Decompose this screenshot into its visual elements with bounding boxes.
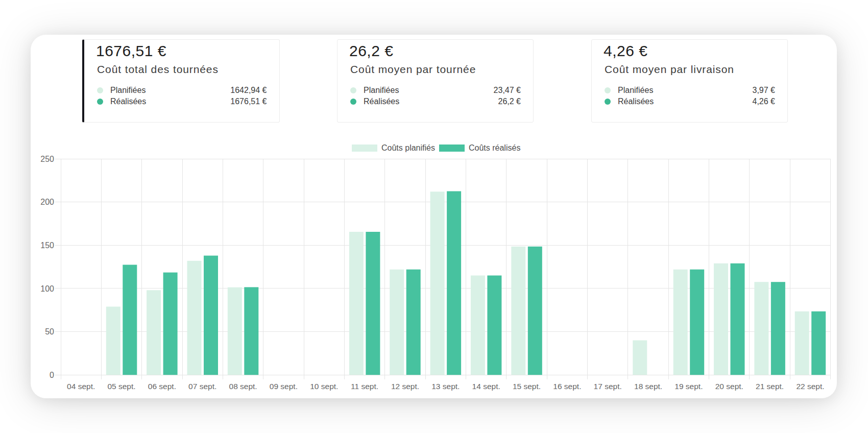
svg-text:17 sept.: 17 sept.	[594, 382, 622, 391]
svg-text:14 sept.: 14 sept.	[472, 382, 500, 391]
svg-text:0: 0	[50, 371, 54, 379]
svg-text:10 sept.: 10 sept.	[310, 382, 338, 391]
svg-text:18 sept.: 18 sept.	[634, 382, 662, 391]
svg-text:13 sept.: 13 sept.	[431, 382, 460, 391]
svg-text:50: 50	[45, 327, 54, 336]
svg-text:11 sept.: 11 sept.	[351, 382, 378, 391]
svg-text:22 sept.: 22 sept.	[796, 382, 824, 391]
svg-text:20 sept.: 20 sept.	[715, 382, 743, 391]
svg-text:07 sept.: 07 sept.	[188, 382, 216, 391]
svg-text:19 sept.: 19 sept.	[674, 382, 703, 391]
svg-text:150: 150	[40, 241, 54, 250]
svg-text:12 sept.: 12 sept.	[391, 382, 419, 391]
svg-text:09 sept.: 09 sept.	[270, 382, 298, 391]
svg-text:06 sept.: 06 sept.	[148, 382, 176, 391]
svg-text:05 sept.: 05 sept.	[107, 382, 135, 391]
svg-text:250: 250	[40, 155, 54, 163]
svg-text:21 sept.: 21 sept.	[756, 382, 784, 391]
svg-text:15 sept.: 15 sept.	[513, 382, 541, 391]
svg-text:16 sept.: 16 sept.	[553, 382, 581, 391]
svg-text:100: 100	[40, 284, 54, 293]
svg-text:200: 200	[40, 198, 54, 206]
svg-text:04 sept.: 04 sept.	[67, 382, 95, 391]
svg-text:08 sept.: 08 sept.	[229, 382, 257, 391]
